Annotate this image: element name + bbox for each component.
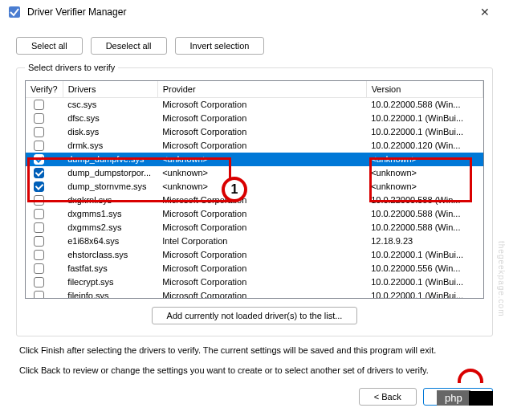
table-row[interactable]: dump_dumpfve.sys<unknown><unknown> [26, 153, 483, 166]
annotation-circle-1: 1 [222, 177, 247, 202]
col-provider[interactable]: Provider [157, 81, 366, 98]
table-row[interactable]: fileinfo.sysMicrosoft Corporation10.0.22… [26, 289, 483, 299]
driver-name: e1i68x64.sys [63, 234, 157, 248]
verify-checkbox[interactable] [34, 154, 44, 165]
driver-provider: Microsoft Corporation [157, 139, 366, 153]
driver-name: filecrypt.sys [63, 275, 157, 289]
verify-cell[interactable] [26, 234, 63, 248]
verify-checkbox[interactable] [34, 100, 44, 110]
verify-cell[interactable] [26, 248, 63, 262]
driver-name: dxgmms2.sys [63, 221, 157, 234]
driver-version: 10.0.22000.120 (Win... [366, 139, 483, 153]
select-all-button[interactable]: Select all [16, 37, 83, 55]
driver-provider: Microsoft Corporation [157, 207, 366, 221]
driver-provider: Microsoft Corporation [157, 262, 366, 275]
table-row[interactable]: ehstorclass.sysMicrosoft Corporation10.0… [26, 248, 483, 262]
driver-provider: Intel Corporation [157, 234, 366, 248]
table-row[interactable]: csc.sysMicrosoft Corporation10.0.22000.5… [26, 98, 483, 112]
verify-cell[interactable] [26, 98, 63, 112]
verify-checkbox[interactable] [34, 222, 44, 233]
titlebar: Driver Verifier Manager ✕ [0, 0, 509, 24]
window-title: Driver Verifier Manager [27, 6, 469, 18]
table-row[interactable]: filecrypt.sysMicrosoft Corporation10.0.2… [26, 275, 483, 289]
add-not-loaded-button[interactable]: Add currently not loaded driver(s) to th… [152, 307, 358, 324]
driver-name: dump_dumpfve.sys [63, 153, 157, 166]
driver-version: 12.18.9.23 [366, 234, 483, 248]
close-button[interactable]: ✕ [469, 6, 501, 18]
driver-provider: Microsoft Corporation [157, 112, 366, 125]
verify-checkbox[interactable] [34, 141, 44, 151]
php-badge: php [437, 390, 470, 406]
driver-version: 10.0.22000.1 (WinBui... [366, 289, 483, 299]
driver-provider: Microsoft Corporation [157, 194, 366, 207]
drivers-table-container: Verify? Drivers Provider Version csc.sys… [25, 80, 484, 299]
col-verify[interactable]: Verify? [26, 81, 63, 98]
instruction-line-1: Click Finish after selecting the drivers… [19, 345, 490, 357]
driver-version: <unknown> [366, 166, 483, 180]
driver-version: <unknown> [366, 180, 483, 194]
verify-cell[interactable] [26, 289, 63, 299]
verify-cell[interactable] [26, 139, 63, 153]
verify-cell[interactable] [26, 262, 63, 275]
black-bar [469, 391, 493, 406]
driver-version: 10.0.22000.556 (Win... [366, 262, 483, 275]
verify-cell[interactable] [26, 221, 63, 234]
table-row[interactable]: dxgmms1.sysMicrosoft Corporation10.0.220… [26, 207, 483, 221]
driver-version: 10.0.22000.1 (WinBui... [366, 275, 483, 289]
header-row: Verify? Drivers Provider Version [26, 81, 483, 98]
table-row[interactable]: dump_dumpstorpor...<unknown><unknown> [26, 166, 483, 180]
table-row[interactable]: dxgkrnl.sysMicrosoft Corporation10.0.220… [26, 194, 483, 207]
driver-version: 10.0.22000.1 (WinBui... [366, 248, 483, 262]
verify-cell[interactable] [26, 125, 63, 139]
driver-name: dxgmms1.sys [63, 207, 157, 221]
driver-name: drmk.sys [63, 139, 157, 153]
table-row[interactable]: drmk.sysMicrosoft Corporation10.0.22000.… [26, 139, 483, 153]
verify-checkbox[interactable] [34, 195, 44, 206]
table-row[interactable]: dump_stornvme.sys<unknown><unknown> [26, 180, 483, 194]
drivers-table: Verify? Drivers Provider Version csc.sys… [26, 81, 483, 298]
driver-name: fastfat.sys [63, 262, 157, 275]
verify-checkbox[interactable] [34, 168, 44, 178]
driver-provider: Microsoft Corporation [157, 248, 366, 262]
table-row[interactable]: dxgmms2.sysMicrosoft Corporation10.0.220… [26, 221, 483, 234]
verify-checkbox[interactable] [34, 127, 44, 137]
table-row[interactable]: e1i68x64.sysIntel Corporation12.18.9.23 [26, 234, 483, 248]
verify-cell[interactable] [26, 207, 63, 221]
drivers-scroll[interactable]: Verify? Drivers Provider Version csc.sys… [26, 81, 483, 298]
driver-provider: Microsoft Corporation [157, 98, 366, 112]
driver-name: ehstorclass.sys [63, 248, 157, 262]
driver-provider: Microsoft Corporation [157, 125, 366, 139]
invert-selection-button[interactable]: Invert selection [175, 37, 265, 55]
verify-checkbox[interactable] [34, 113, 44, 124]
driver-name: dfsc.sys [63, 112, 157, 125]
verify-checkbox[interactable] [34, 181, 44, 192]
table-row[interactable]: disk.sysMicrosoft Corporation10.0.22000.… [26, 125, 483, 139]
table-row[interactable]: dfsc.sysMicrosoft Corporation10.0.22000.… [26, 112, 483, 125]
deselect-all-button[interactable]: Deselect all [91, 37, 167, 55]
client-area: Select all Deselect all Invert selection… [0, 24, 509, 377]
verify-cell[interactable] [26, 166, 63, 180]
verify-checkbox[interactable] [34, 291, 44, 298]
verify-checkbox[interactable] [34, 250, 44, 260]
back-button[interactable]: < Back [359, 388, 417, 406]
verify-cell[interactable] [26, 180, 63, 194]
verify-checkbox[interactable] [34, 209, 44, 219]
driver-provider: Microsoft Corporation [157, 221, 366, 234]
verify-cell[interactable] [26, 194, 63, 207]
wizard-footer: < Back Finish [0, 388, 493, 406]
verify-checkbox[interactable] [34, 263, 44, 274]
verify-cell[interactable] [26, 112, 63, 125]
col-drivers[interactable]: Drivers [63, 81, 157, 98]
driver-provider: Microsoft Corporation [157, 289, 366, 299]
driver-version: 10.0.22000.588 (Win... [366, 194, 483, 207]
verify-checkbox[interactable] [34, 277, 44, 287]
watermark: thegeekpage.com [497, 241, 506, 317]
driver-provider: <unknown> [157, 166, 366, 180]
verify-cell[interactable] [26, 153, 63, 166]
verify-cell[interactable] [26, 275, 63, 289]
col-version[interactable]: Version [366, 81, 483, 98]
drivers-fieldset: Select drivers to verify Verify? Drivers… [16, 63, 493, 336]
table-row[interactable]: fastfat.sysMicrosoft Corporation10.0.220… [26, 262, 483, 275]
verify-checkbox[interactable] [34, 236, 44, 247]
driver-version: <unknown> [366, 153, 483, 166]
